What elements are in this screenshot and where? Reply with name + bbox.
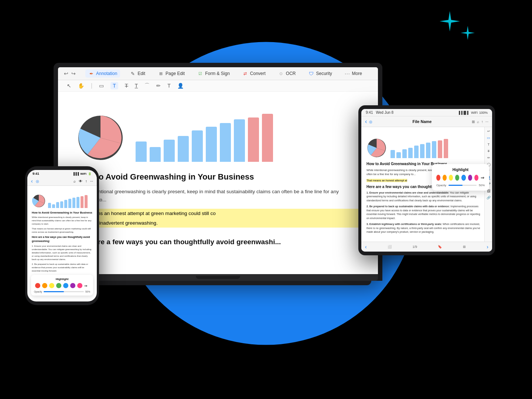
tablet-bookmark-icon[interactable]: 🔖 bbox=[438, 245, 442, 249]
phone-color-more-icon[interactable]: ⇒ bbox=[84, 283, 89, 288]
laptop-doc-title: How to Avoid Greenwashing in Your Busine… bbox=[76, 172, 359, 182]
page-edit-tool[interactable]: ⊞ Page Edit bbox=[155, 69, 188, 78]
phone-color-option[interactable] bbox=[49, 283, 54, 288]
security-icon: 🛡 bbox=[308, 71, 314, 76]
phone-opacity-value: 50% bbox=[85, 290, 90, 293]
phone-opacity-label: Opacity bbox=[34, 290, 42, 293]
bar-item bbox=[206, 127, 217, 162]
rt-undo-icon[interactable]: ↩ bbox=[487, 129, 490, 133]
tablet-prev-button[interactable]: ‹ bbox=[365, 244, 367, 250]
phone-search-icon[interactable]: ⌕ bbox=[74, 179, 76, 183]
tablet-more-icon[interactable]: ··· bbox=[485, 120, 488, 124]
security-tool[interactable]: 🛡 Security bbox=[306, 69, 335, 78]
tablet-chart-area bbox=[366, 132, 482, 158]
bar-item bbox=[52, 204, 55, 208]
redo-button[interactable]: ↪ bbox=[71, 71, 76, 76]
tablet-next-button[interactable]: › bbox=[487, 244, 488, 250]
highlight-colors: ⇒ bbox=[436, 175, 485, 181]
tablet-doc-highlight1: That means an honest attempt at bbox=[366, 179, 407, 182]
tablet-bottombar: ‹ ⬜ 1/9 🔖 ⊞ › bbox=[361, 242, 492, 252]
annotation-tool[interactable]: ✒ Annotation bbox=[85, 69, 120, 78]
separator-1: | bbox=[91, 82, 92, 89]
phone-location-icon[interactable]: ◎ bbox=[36, 179, 39, 183]
phone-eye-icon[interactable]: 👁 bbox=[79, 179, 82, 183]
curve-icon[interactable]: ⌒ bbox=[144, 82, 150, 89]
color-option[interactable] bbox=[468, 175, 472, 181]
cursor-icon[interactable]: ↖ bbox=[67, 83, 71, 89]
bar-item bbox=[68, 199, 71, 208]
tablet-battery: 100% bbox=[479, 111, 488, 115]
phone-opacity-slider[interactable] bbox=[44, 291, 84, 292]
phone-share-icon[interactable]: ↑ bbox=[85, 179, 87, 183]
rt-text-icon[interactable]: T bbox=[488, 143, 490, 146]
phone-color-option[interactable] bbox=[63, 283, 68, 288]
phone-more-icon[interactable]: ··· bbox=[90, 179, 93, 183]
laptop-notch bbox=[196, 276, 240, 279]
bar-item bbox=[262, 114, 273, 162]
bar-item bbox=[72, 198, 75, 208]
undo-button[interactable]: ↩ bbox=[64, 71, 68, 76]
text-underline-icon[interactable]: T bbox=[135, 83, 138, 89]
text-icon[interactable]: T bbox=[110, 82, 118, 89]
phone-color-option[interactable] bbox=[35, 283, 40, 288]
ocr-tool[interactable]: ⊙ OCR bbox=[275, 69, 299, 78]
chart-area bbox=[76, 103, 359, 162]
phone-chart-area bbox=[32, 190, 92, 208]
color-option[interactable] bbox=[443, 175, 447, 181]
list-item-2: 2. Be prepared to back up sustainable cl… bbox=[366, 205, 482, 220]
bar-item bbox=[136, 141, 147, 162]
tablet-add-icon[interactable]: ⊞ bbox=[472, 120, 475, 124]
tablet-filename: File Name bbox=[375, 119, 469, 124]
tablet-search-icon[interactable]: ⌕ bbox=[477, 120, 479, 124]
phone-list-item1: 1. Ensure your environmental claims are … bbox=[32, 245, 92, 261]
rt-highlight-icon[interactable]: ▭ bbox=[487, 136, 490, 140]
rt-link-icon[interactable]: 🔗 bbox=[487, 196, 491, 200]
phone-back-button[interactable]: ‹ bbox=[31, 178, 33, 184]
phone-signal: ▐▐▐ bbox=[72, 172, 79, 175]
color-option[interactable] bbox=[449, 175, 453, 181]
pen-icon[interactable]: ✏ bbox=[156, 83, 161, 89]
bar-item bbox=[150, 147, 161, 162]
color-option[interactable] bbox=[461, 175, 466, 181]
phone-color-option[interactable] bbox=[56, 283, 61, 288]
laptop-section-title: Here are a few ways you can thoughtfully… bbox=[76, 238, 359, 246]
tablet-signal: ▐▐▐▌▌ bbox=[458, 111, 470, 115]
phone-color-option[interactable] bbox=[42, 283, 47, 288]
edit-label: Edit bbox=[137, 71, 145, 76]
more-icon: ··· bbox=[345, 71, 350, 76]
bar-item bbox=[164, 140, 175, 162]
edit-tool[interactable]: ✎ Edit bbox=[127, 69, 148, 78]
bar-item bbox=[220, 123, 231, 162]
laptop-subbar: ↖ ✋ | ▭ T T̶ T ⌒ ✏ T 👤 bbox=[58, 80, 378, 92]
phone-statusbar: 9:41 ▐▐▐ WiFi 🔋 bbox=[27, 170, 97, 177]
phone-color-option[interactable] bbox=[70, 283, 75, 288]
tablet-grid-icon[interactable]: ⊞ bbox=[463, 245, 466, 249]
form-sign-tool[interactable]: ☑ Form & Sign bbox=[194, 69, 233, 78]
color-option[interactable] bbox=[436, 175, 440, 181]
rect-icon[interactable]: ▭ bbox=[99, 83, 104, 89]
pie-chart bbox=[76, 114, 125, 162]
tablet-location-icon[interactable]: ◎ bbox=[369, 120, 372, 124]
phone-highlight-title: Highlight bbox=[34, 277, 90, 281]
rt-pen-icon[interactable]: ✏ bbox=[487, 156, 490, 160]
color-option[interactable] bbox=[474, 175, 478, 181]
bar-item bbox=[178, 136, 189, 162]
color-more-icon[interactable]: ⇒ bbox=[481, 175, 485, 181]
list-item-1: 1. Ensure your environmental claims are … bbox=[366, 191, 482, 203]
opacity-slider[interactable] bbox=[449, 185, 477, 186]
tablet-page-icon: ⬜ bbox=[388, 245, 392, 249]
phone-color-option[interactable] bbox=[77, 283, 82, 288]
tablet-share-icon[interactable]: ↑ bbox=[481, 120, 483, 124]
phone-section-title: Here are a few ways you can thoughtfully… bbox=[32, 235, 92, 243]
hand-icon[interactable]: ✋ bbox=[78, 83, 84, 89]
tablet-back-button[interactable]: ‹ bbox=[365, 118, 367, 125]
laptop-doc-highlight2: across as inadvertent greenwashing. bbox=[76, 218, 359, 228]
stamp-icon[interactable]: 👤 bbox=[177, 83, 184, 89]
color-option[interactable] bbox=[455, 175, 459, 181]
callout-icon[interactable]: T bbox=[167, 83, 171, 89]
highlight-opacity-row: Opacity 50% bbox=[436, 184, 485, 187]
more-tool[interactable]: ··· More bbox=[342, 69, 365, 78]
convert-tool[interactable]: ⇄ Convert bbox=[239, 69, 269, 78]
rt-strikeout-icon[interactable]: T bbox=[488, 149, 490, 153]
text-strikeout-icon[interactable]: T̶ bbox=[125, 83, 128, 89]
